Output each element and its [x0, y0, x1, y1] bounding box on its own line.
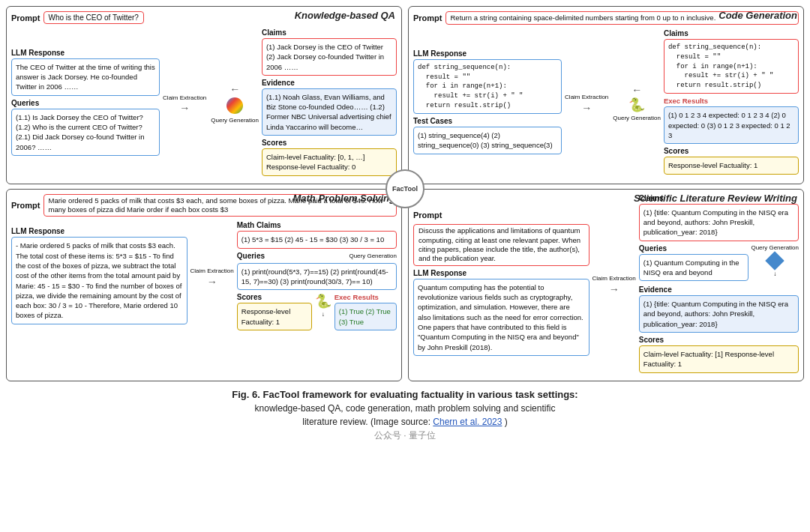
top-row: Knowledge-based QA Prompt Who is the CEO…	[6, 6, 804, 184]
qa-arrow2: ←	[230, 84, 240, 94]
code-exec-label: Exec Results	[664, 97, 799, 105]
sci-panel: Scientific Literature Review Writing Pro…	[408, 189, 804, 381]
math-claim-label: Claim Extraction	[190, 267, 234, 275]
qa-queries-box: (1.1) Is Jack Dorsey the CEO of Twitter?…	[11, 109, 160, 156]
watermark: 公众号 · 量子位	[21, 429, 789, 442]
code-claims-box: def string_sequence(n): result = "" for …	[664, 39, 799, 94]
qa-flow-query: Query Generation ←	[209, 84, 260, 124]
python-icon: 🐍	[628, 97, 645, 113]
sci-left: Prompt Discuss the applications and limi…	[413, 211, 590, 358]
sci-scores-label: Scores	[639, 336, 799, 344]
qa-scores-box: Claim-level Factuality: [0, 1, …] Respon…	[262, 148, 397, 176]
sci-flow-wrap: Prompt Discuss the applications and limi…	[413, 194, 799, 376]
code-claim-label: Claim Extraction	[565, 94, 608, 101]
code-arrow2: ←	[632, 85, 642, 95]
math-python-icon: 🐍	[315, 293, 332, 309]
math-qg-left: Queries	[237, 252, 347, 262]
code-test-box: (1) string_sequence(4) (2) string_sequen…	[413, 127, 562, 154]
qa-right: Claims (1) Jack Dorsey is the CEO of Twi…	[262, 28, 397, 179]
math-exec-label: Exec Results	[334, 293, 397, 301]
sci-flow-claim: Claim Extraction →	[591, 275, 638, 294]
math-flow-wrap: LLM Response - Marie ordered 5 packs of …	[11, 221, 397, 333]
math-queries-box: (1) print(round(5*3, 7)==15) (2) print(r…	[237, 263, 397, 291]
caption-line3: literature review. (Image source:	[302, 417, 430, 427]
sci-diamond-icon	[765, 251, 784, 270]
caption-line3-wrap: literature review. (Image source: Chern …	[21, 415, 789, 429]
caption: Fig. 6. FacTool framework for evaluating…	[6, 387, 804, 443]
factool-badge: FacTool	[386, 169, 424, 208]
math-claims-label: Math Claims	[237, 221, 397, 229]
code-scores-box: Response-level Factuality: 1	[664, 157, 799, 174]
qa-claims-box: (1) Jack Dorsey is the CEO of Twitter (2…	[262, 38, 397, 76]
sci-arrow1: →	[609, 284, 620, 294]
sci-prompt-text: Discuss the applications and limitations…	[413, 224, 590, 265]
sci-qg-label: Query Generation	[751, 244, 799, 252]
sci-llm-label: LLM Response	[413, 269, 590, 277]
math-python-col: 🐍 ↓	[315, 293, 332, 318]
code-arrow1: →	[581, 103, 592, 113]
code-llm-box: def string_sequence(n): result = "" for …	[413, 59, 562, 114]
sci-queries-label: Queries	[639, 244, 749, 253]
qa-flow-claim: Claim Extraction →	[161, 94, 208, 114]
math-panel: Math Problem Solving Prompt Marie ordere…	[6, 189, 402, 381]
math-scores-label: Scores	[237, 293, 312, 301]
sci-evidence-box: (1) {title: Quantum Computing in the NIS…	[639, 295, 799, 333]
sci-right: Claims (1) {title: Quantum Computing in …	[639, 194, 799, 376]
sci-title: Scientific Literature Review Writing	[634, 193, 797, 204]
qa-llm-box: The CEO of Twitter at the time of writin…	[11, 58, 160, 96]
qa-arrow1: →	[179, 103, 190, 113]
caption-line2: knowledge-based QA, code generation, mat…	[21, 402, 789, 415]
code-scores-label: Scores	[664, 147, 799, 155]
sci-claims-box: (1) {title: Quantum Computing in the NIS…	[639, 204, 799, 241]
google-icon	[226, 97, 243, 114]
sci-qg-row: Queries (1) Quantum Computing in the NIS…	[639, 244, 799, 285]
sci-queries-box: (1) Quantum Computing in the NISQ era an…	[639, 254, 749, 282]
main-container: Knowledge-based QA Prompt Who is the CEO…	[0, 0, 810, 448]
code-test-label: Test Cases	[413, 117, 562, 125]
qa-title: Knowledge-based QA	[295, 10, 395, 21]
qa-prompt-label: Prompt	[11, 13, 40, 22]
sci-prompt-row: Prompt	[413, 211, 590, 220]
math-scores-exec-row: Scores Response-level Factuality: 1 🐍 ↓ …	[237, 293, 397, 333]
math-prompt-label: Prompt	[11, 201, 40, 210]
code-flow-wrap: LLM Response def string_sequence(n): res…	[413, 29, 799, 177]
math-exec-col: Exec Results (1) True (2) True (3) True	[334, 293, 397, 333]
math-llm-box: - Marie ordered 5 packs of milk that cos…	[11, 237, 188, 324]
code-llm-label: LLM Response	[413, 49, 562, 58]
bottom-row: Math Problem Solving Prompt Marie ordere…	[6, 189, 804, 381]
qa-queries-label: Queries	[11, 99, 160, 107]
code-exec-box: (1) 0 1 2 3 4 expected: 0 1 2 3 4 (2) 0 …	[664, 106, 799, 144]
qa-evidence-label: Evidence	[262, 79, 397, 87]
qa-claims-label: Claims	[262, 28, 397, 37]
math-claims-box: (1) 5*3 = $15 (2) 45 - 15 = $30 (3) 30 /…	[237, 231, 397, 248]
math-right: Math Claims (1) 5*3 = $15 (2) 45 - 15 = …	[237, 221, 397, 333]
qa-panel: Knowledge-based QA Prompt Who is the CEO…	[6, 6, 402, 184]
code-query-label: Query Generation	[613, 115, 661, 122]
code-left: LLM Response def string_sequence(n): res…	[413, 49, 562, 157]
math-flow-claim: Claim Extraction →	[189, 267, 236, 287]
math-arrow-down: ↓	[322, 311, 325, 318]
code-panel: Code Generation Prompt Return a string c…	[408, 6, 804, 184]
sci-claim-label: Claim Extraction	[592, 275, 636, 282]
qa-scores-label: Scores	[262, 139, 397, 147]
math-scores-col: Scores Response-level Factuality: 1	[237, 293, 312, 333]
math-left: LLM Response - Marie ordered 5 packs of …	[11, 227, 188, 327]
math-arrow1: →	[207, 276, 218, 287]
qa-flow-wrap: LLM Response The CEO of Twitter at the t…	[11, 28, 397, 179]
caption-line1: Fig. 6. FacTool framework for evaluating…	[21, 387, 789, 402]
caption-link[interactable]: Chern et al. 2023	[433, 417, 502, 427]
code-claims-label: Claims	[664, 29, 799, 37]
math-title: Math Problem Solving	[292, 193, 395, 204]
math-scores-box: Response-level Factuality: 1	[237, 303, 312, 330]
qa-llm-label: LLM Response	[11, 49, 160, 57]
code-right: Claims def string_sequence(n): result = …	[664, 29, 799, 177]
qa-claim-label: Claim Extraction	[163, 94, 206, 102]
sci-scores-box: Claim-level Factuality: [1] Response-lev…	[639, 345, 799, 373]
math-qg-row: Queries Query Generation	[237, 252, 397, 262]
math-qg-label: Query Generation	[349, 253, 397, 260]
qa-query-label: Query Generation	[211, 117, 259, 124]
sci-queries-col: Queries (1) Quantum Computing in the NIS…	[639, 244, 749, 285]
sci-prompt-label: Prompt	[413, 211, 442, 220]
sci-evidence-label: Evidence	[639, 285, 799, 294]
code-prompt-label: Prompt	[413, 13, 442, 22]
